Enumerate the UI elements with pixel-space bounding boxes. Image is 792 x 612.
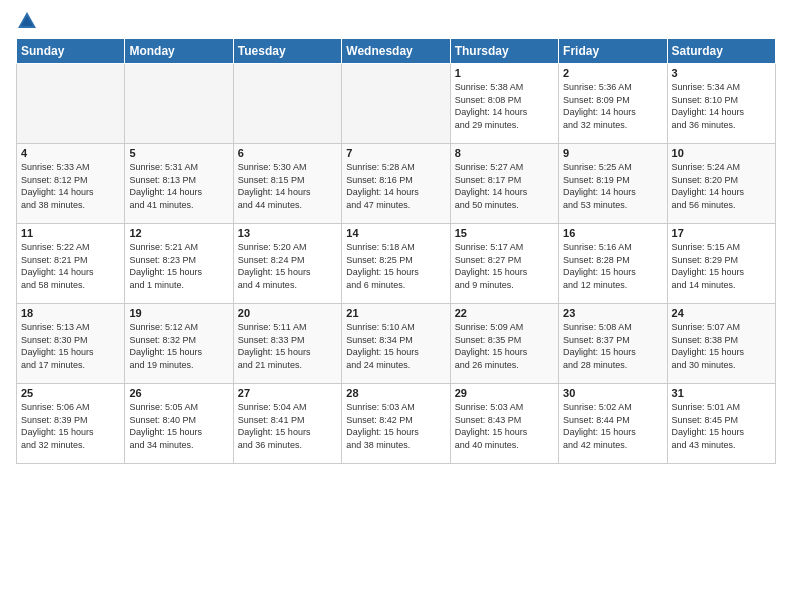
day-info: Sunrise: 5:18 AM Sunset: 8:25 PM Dayligh… [346, 241, 445, 291]
calendar-cell: 20Sunrise: 5:11 AM Sunset: 8:33 PM Dayli… [233, 304, 341, 384]
calendar-cell: 8Sunrise: 5:27 AM Sunset: 8:17 PM Daylig… [450, 144, 558, 224]
week-row-4: 18Sunrise: 5:13 AM Sunset: 8:30 PM Dayli… [17, 304, 776, 384]
calendar-cell: 3Sunrise: 5:34 AM Sunset: 8:10 PM Daylig… [667, 64, 775, 144]
calendar-cell: 6Sunrise: 5:30 AM Sunset: 8:15 PM Daylig… [233, 144, 341, 224]
calendar-cell [17, 64, 125, 144]
day-info: Sunrise: 5:03 AM Sunset: 8:43 PM Dayligh… [455, 401, 554, 451]
day-number: 13 [238, 227, 337, 239]
day-info: Sunrise: 5:20 AM Sunset: 8:24 PM Dayligh… [238, 241, 337, 291]
day-info: Sunrise: 5:24 AM Sunset: 8:20 PM Dayligh… [672, 161, 771, 211]
day-number: 24 [672, 307, 771, 319]
day-number: 6 [238, 147, 337, 159]
day-info: Sunrise: 5:11 AM Sunset: 8:33 PM Dayligh… [238, 321, 337, 371]
day-number: 1 [455, 67, 554, 79]
day-number: 27 [238, 387, 337, 399]
calendar-cell: 9Sunrise: 5:25 AM Sunset: 8:19 PM Daylig… [559, 144, 667, 224]
day-number: 12 [129, 227, 228, 239]
calendar-cell [125, 64, 233, 144]
calendar-cell: 22Sunrise: 5:09 AM Sunset: 8:35 PM Dayli… [450, 304, 558, 384]
day-number: 28 [346, 387, 445, 399]
calendar: SundayMondayTuesdayWednesdayThursdayFrid… [16, 38, 776, 464]
calendar-cell: 27Sunrise: 5:04 AM Sunset: 8:41 PM Dayli… [233, 384, 341, 464]
calendar-cell: 29Sunrise: 5:03 AM Sunset: 8:43 PM Dayli… [450, 384, 558, 464]
day-info: Sunrise: 5:33 AM Sunset: 8:12 PM Dayligh… [21, 161, 120, 211]
day-info: Sunrise: 5:21 AM Sunset: 8:23 PM Dayligh… [129, 241, 228, 291]
day-info: Sunrise: 5:10 AM Sunset: 8:34 PM Dayligh… [346, 321, 445, 371]
calendar-cell: 28Sunrise: 5:03 AM Sunset: 8:42 PM Dayli… [342, 384, 450, 464]
week-row-2: 4Sunrise: 5:33 AM Sunset: 8:12 PM Daylig… [17, 144, 776, 224]
calendar-cell: 10Sunrise: 5:24 AM Sunset: 8:20 PM Dayli… [667, 144, 775, 224]
calendar-cell [233, 64, 341, 144]
day-info: Sunrise: 5:05 AM Sunset: 8:40 PM Dayligh… [129, 401, 228, 451]
calendar-cell: 17Sunrise: 5:15 AM Sunset: 8:29 PM Dayli… [667, 224, 775, 304]
day-number: 16 [563, 227, 662, 239]
day-number: 18 [21, 307, 120, 319]
calendar-cell: 23Sunrise: 5:08 AM Sunset: 8:37 PM Dayli… [559, 304, 667, 384]
day-number: 2 [563, 67, 662, 79]
day-number: 30 [563, 387, 662, 399]
calendar-cell: 4Sunrise: 5:33 AM Sunset: 8:12 PM Daylig… [17, 144, 125, 224]
calendar-cell: 2Sunrise: 5:36 AM Sunset: 8:09 PM Daylig… [559, 64, 667, 144]
calendar-cell: 21Sunrise: 5:10 AM Sunset: 8:34 PM Dayli… [342, 304, 450, 384]
day-info: Sunrise: 5:06 AM Sunset: 8:39 PM Dayligh… [21, 401, 120, 451]
weekday-header-sunday: Sunday [17, 39, 125, 64]
calendar-cell: 19Sunrise: 5:12 AM Sunset: 8:32 PM Dayli… [125, 304, 233, 384]
calendar-cell: 12Sunrise: 5:21 AM Sunset: 8:23 PM Dayli… [125, 224, 233, 304]
calendar-cell: 30Sunrise: 5:02 AM Sunset: 8:44 PM Dayli… [559, 384, 667, 464]
day-number: 21 [346, 307, 445, 319]
day-info: Sunrise: 5:36 AM Sunset: 8:09 PM Dayligh… [563, 81, 662, 131]
calendar-cell: 25Sunrise: 5:06 AM Sunset: 8:39 PM Dayli… [17, 384, 125, 464]
calendar-cell: 18Sunrise: 5:13 AM Sunset: 8:30 PM Dayli… [17, 304, 125, 384]
weekday-header-friday: Friday [559, 39, 667, 64]
day-number: 8 [455, 147, 554, 159]
day-info: Sunrise: 5:27 AM Sunset: 8:17 PM Dayligh… [455, 161, 554, 211]
calendar-cell: 15Sunrise: 5:17 AM Sunset: 8:27 PM Dayli… [450, 224, 558, 304]
day-number: 22 [455, 307, 554, 319]
day-info: Sunrise: 5:13 AM Sunset: 8:30 PM Dayligh… [21, 321, 120, 371]
calendar-cell: 11Sunrise: 5:22 AM Sunset: 8:21 PM Dayli… [17, 224, 125, 304]
calendar-cell: 1Sunrise: 5:38 AM Sunset: 8:08 PM Daylig… [450, 64, 558, 144]
weekday-header-saturday: Saturday [667, 39, 775, 64]
day-info: Sunrise: 5:30 AM Sunset: 8:15 PM Dayligh… [238, 161, 337, 211]
day-info: Sunrise: 5:12 AM Sunset: 8:32 PM Dayligh… [129, 321, 228, 371]
day-number: 10 [672, 147, 771, 159]
header [16, 10, 776, 32]
day-number: 3 [672, 67, 771, 79]
weekday-header-tuesday: Tuesday [233, 39, 341, 64]
day-info: Sunrise: 5:25 AM Sunset: 8:19 PM Dayligh… [563, 161, 662, 211]
day-info: Sunrise: 5:38 AM Sunset: 8:08 PM Dayligh… [455, 81, 554, 131]
calendar-cell: 16Sunrise: 5:16 AM Sunset: 8:28 PM Dayli… [559, 224, 667, 304]
calendar-cell: 14Sunrise: 5:18 AM Sunset: 8:25 PM Dayli… [342, 224, 450, 304]
day-number: 29 [455, 387, 554, 399]
day-info: Sunrise: 5:02 AM Sunset: 8:44 PM Dayligh… [563, 401, 662, 451]
day-number: 4 [21, 147, 120, 159]
day-info: Sunrise: 5:07 AM Sunset: 8:38 PM Dayligh… [672, 321, 771, 371]
week-row-5: 25Sunrise: 5:06 AM Sunset: 8:39 PM Dayli… [17, 384, 776, 464]
day-number: 19 [129, 307, 228, 319]
day-info: Sunrise: 5:03 AM Sunset: 8:42 PM Dayligh… [346, 401, 445, 451]
logo-icon [16, 10, 38, 32]
week-row-1: 1Sunrise: 5:38 AM Sunset: 8:08 PM Daylig… [17, 64, 776, 144]
day-number: 5 [129, 147, 228, 159]
day-number: 23 [563, 307, 662, 319]
day-number: 11 [21, 227, 120, 239]
weekday-header-monday: Monday [125, 39, 233, 64]
weekday-header-row: SundayMondayTuesdayWednesdayThursdayFrid… [17, 39, 776, 64]
calendar-cell: 24Sunrise: 5:07 AM Sunset: 8:38 PM Dayli… [667, 304, 775, 384]
day-info: Sunrise: 5:04 AM Sunset: 8:41 PM Dayligh… [238, 401, 337, 451]
day-info: Sunrise: 5:16 AM Sunset: 8:28 PM Dayligh… [563, 241, 662, 291]
day-number: 20 [238, 307, 337, 319]
day-info: Sunrise: 5:31 AM Sunset: 8:13 PM Dayligh… [129, 161, 228, 211]
calendar-cell [342, 64, 450, 144]
day-info: Sunrise: 5:15 AM Sunset: 8:29 PM Dayligh… [672, 241, 771, 291]
calendar-cell: 13Sunrise: 5:20 AM Sunset: 8:24 PM Dayli… [233, 224, 341, 304]
weekday-header-thursday: Thursday [450, 39, 558, 64]
day-number: 26 [129, 387, 228, 399]
day-number: 14 [346, 227, 445, 239]
day-number: 31 [672, 387, 771, 399]
calendar-cell: 26Sunrise: 5:05 AM Sunset: 8:40 PM Dayli… [125, 384, 233, 464]
day-info: Sunrise: 5:09 AM Sunset: 8:35 PM Dayligh… [455, 321, 554, 371]
day-info: Sunrise: 5:08 AM Sunset: 8:37 PM Dayligh… [563, 321, 662, 371]
calendar-cell: 7Sunrise: 5:28 AM Sunset: 8:16 PM Daylig… [342, 144, 450, 224]
day-info: Sunrise: 5:28 AM Sunset: 8:16 PM Dayligh… [346, 161, 445, 211]
